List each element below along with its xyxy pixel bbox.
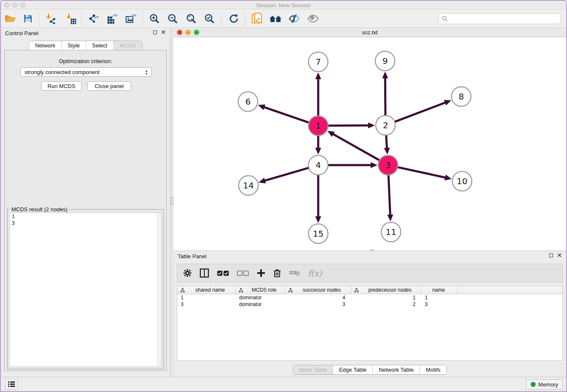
table-panel: Table Panel ✕ xyxy=(173,251,566,377)
close-panel-icon[interactable]: ✕ xyxy=(161,30,166,35)
table-cell: 3 xyxy=(421,301,457,307)
col-successor-nodes[interactable]: successor nodes xyxy=(285,286,351,294)
splitter-grip[interactable] xyxy=(171,197,173,205)
close-panel-button[interactable]: Close panel xyxy=(87,81,131,91)
table-toolbar: f(x) xyxy=(177,264,563,282)
delete-table-button[interactable] xyxy=(289,270,300,276)
node-table[interactable]: shared name MCDS role successor nodes xyxy=(177,286,563,361)
zoom-selected-button[interactable] xyxy=(203,12,216,25)
task-list-button[interactable] xyxy=(5,379,18,389)
import-network-button[interactable] xyxy=(44,12,57,25)
graph-edge-2-8[interactable] xyxy=(395,102,446,121)
app-window: Session: New Session xyxy=(0,0,567,392)
table-cell: 1 xyxy=(351,295,421,301)
graph-node-label: 11 xyxy=(385,227,396,237)
export-network-button[interactable] xyxy=(87,12,100,25)
zoom-out-button[interactable] xyxy=(166,12,179,25)
tab-motifs[interactable]: Motifs xyxy=(419,365,446,374)
close-table-panel-icon[interactable]: ✕ xyxy=(557,253,562,258)
table-cell: 3 xyxy=(285,301,351,307)
graph-edge-2-3[interactable] xyxy=(386,135,387,149)
memory-button[interactable]: Memory xyxy=(526,379,563,389)
network-window: × − + scc.txt 7968124314101511 xyxy=(173,28,566,251)
graph-node-label: 1 xyxy=(316,121,321,131)
function-builder-button[interactable]: f(x) xyxy=(308,268,322,278)
open-folder-icon xyxy=(5,14,16,23)
refresh-view-button[interactable] xyxy=(227,12,240,25)
graph-edge-3-10[interactable] xyxy=(397,167,446,178)
mcds-result-line: 1 xyxy=(10,213,161,220)
home-icon xyxy=(269,14,282,23)
float-panel-icon[interactable] xyxy=(153,30,157,34)
graph-arrowhead xyxy=(444,100,451,105)
network-graph[interactable]: 7968124314101511 xyxy=(173,37,566,250)
graph-edge-1-6[interactable] xyxy=(263,107,309,122)
tab-node-table[interactable]: Node Table xyxy=(293,365,333,374)
graph-edge-3-1[interactable] xyxy=(332,134,380,160)
col-mcds-role[interactable]: MCDS role xyxy=(236,286,285,294)
graph-edge-2-9[interactable] xyxy=(385,77,385,116)
export-network-icon xyxy=(88,13,99,24)
add-column-button[interactable] xyxy=(257,269,265,277)
select-all-checkboxes-button[interactable] xyxy=(217,271,229,276)
panel-splitter[interactable] xyxy=(170,28,173,377)
import-table-button[interactable] xyxy=(65,12,77,25)
table-row[interactable]: 3dominator323 xyxy=(177,301,562,308)
column-tree-icon xyxy=(354,288,359,293)
deselect-checkboxes-button[interactable] xyxy=(237,271,249,276)
save-session-button[interactable] xyxy=(22,12,34,25)
table-row[interactable]: 1dominator411 xyxy=(177,294,562,301)
graph-edge-4-14[interactable] xyxy=(264,168,308,181)
search-box[interactable] xyxy=(438,13,561,24)
title-bar: Session: New Session xyxy=(1,1,566,9)
export-table-button[interactable] xyxy=(106,12,118,25)
tab-network[interactable]: Network xyxy=(29,41,61,50)
preview-eye-button[interactable] xyxy=(307,12,319,25)
tab-style[interactable]: Style xyxy=(61,41,86,50)
tab-select[interactable]: Select xyxy=(86,41,113,50)
mcds-panel-body: Optimization criterion: strongly connect… xyxy=(4,50,167,371)
run-mcds-button[interactable]: Run MCDS xyxy=(41,81,82,91)
tab-network-table[interactable]: Network Table xyxy=(372,365,419,374)
column-layout-button[interactable] xyxy=(200,268,209,278)
table-cell: 1 xyxy=(177,295,236,301)
open-session-button[interactable] xyxy=(4,12,17,25)
tab-edge-table[interactable]: Edge Table xyxy=(333,365,372,374)
clone-network-icon xyxy=(251,13,262,25)
zoom-in-button[interactable] xyxy=(148,12,161,25)
unchecked-boxes-icon xyxy=(237,271,249,276)
optimization-criterion-select[interactable]: strongly connected component ▲▼ xyxy=(20,67,151,77)
zoom-fit-button[interactable] xyxy=(185,12,198,25)
search-input[interactable] xyxy=(448,14,561,23)
graph-edge-3-11[interactable] xyxy=(388,175,390,216)
table-cell: dominator xyxy=(236,301,285,307)
col-predecessor-nodes[interactable]: predecessor nodes xyxy=(351,286,421,294)
graph-arrowhead xyxy=(315,216,321,223)
home-layout-button[interactable] xyxy=(269,12,282,25)
settings-gear-button[interactable] xyxy=(183,269,192,277)
delete-column-button[interactable] xyxy=(273,269,281,278)
mcds-result-list[interactable]: 13 xyxy=(9,213,162,367)
float-table-panel-icon[interactable] xyxy=(549,254,553,257)
refresh-icon xyxy=(228,13,239,24)
tab-mcds[interactable]: MCDS xyxy=(113,41,142,50)
graph-arrowhead xyxy=(384,148,390,155)
zoom-out-icon xyxy=(167,13,178,24)
graph-arrowhead xyxy=(368,122,375,128)
main-toolbar xyxy=(1,9,566,28)
result-scrollbar[interactable] xyxy=(157,213,161,367)
export-image-icon xyxy=(125,13,137,24)
import-table-icon xyxy=(66,13,77,24)
col-shared-name[interactable]: shared name xyxy=(177,286,236,294)
plus-icon xyxy=(257,269,265,277)
graph-arrowhead xyxy=(444,174,451,180)
toolbar-separator xyxy=(142,12,143,25)
network-window-titlebar[interactable]: × − + scc.txt xyxy=(173,28,566,37)
graph-edge-1-2[interactable] xyxy=(328,125,369,126)
col-name[interactable]: name xyxy=(421,286,457,294)
hide-panels-button[interactable] xyxy=(288,12,300,25)
control-panel-title: Control Panel xyxy=(5,30,39,36)
clone-network-button[interactable] xyxy=(250,12,263,25)
toolbar-separator xyxy=(221,12,222,25)
export-image-button[interactable] xyxy=(124,12,137,25)
